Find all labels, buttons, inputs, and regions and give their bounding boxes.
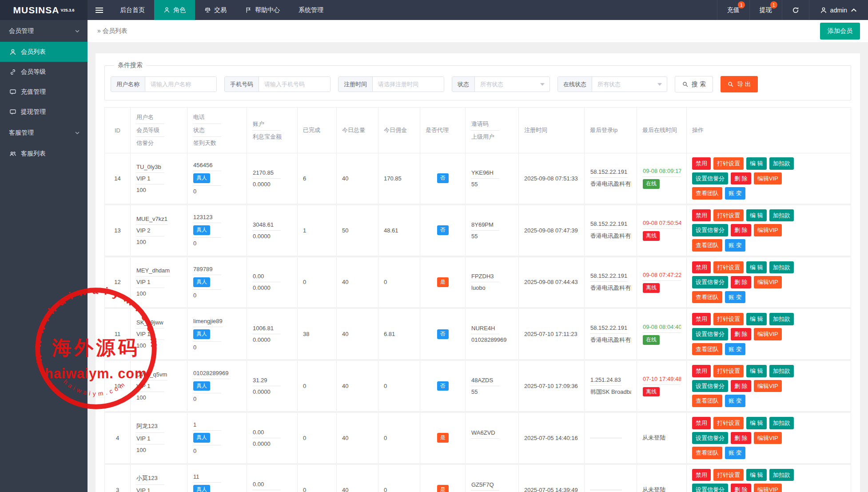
action-button-加扣款[interactable]: 加扣款 — [769, 261, 794, 274]
action-button-编辑VIP[interactable]: 编辑VIP — [754, 276, 782, 288]
action-button-打针设置[interactable]: 打针设置 — [713, 469, 744, 481]
search-input-1[interactable] — [145, 77, 216, 92]
sidebar-section-1[interactable]: 会员管理 — [0, 20, 88, 42]
action-button-打针设置[interactable]: 打针设置 — [713, 209, 744, 222]
action-button-禁用[interactable]: 禁用 — [692, 313, 711, 325]
sidebar-item-提现管理[interactable]: 提现管理 — [0, 102, 88, 122]
nav-item-4[interactable]: 帮助中心 — [236, 0, 289, 20]
search-input-2[interactable] — [259, 77, 330, 92]
action-button-编辑[interactable]: 编 辑 — [746, 157, 767, 170]
top-action-1[interactable]: 充值1 — [717, 0, 749, 20]
action-button-账变[interactable]: 账 变 — [725, 447, 745, 459]
chevron-down-icon — [75, 28, 80, 34]
refresh-button[interactable] — [782, 0, 809, 20]
action-button-打针设置[interactable]: 打针设置 — [713, 157, 744, 170]
nav-item-1[interactable]: 后台首页 — [111, 0, 154, 20]
top-action-2[interactable]: 提现1 — [749, 0, 782, 20]
cell-invite: 48AZDS55 — [466, 360, 519, 412]
action-button-查看团队[interactable]: 查看团队 — [692, 447, 722, 459]
sidebar-item-客服列表[interactable]: 客服列表 — [0, 144, 88, 164]
action-button-加扣款[interactable]: 加扣款 — [769, 365, 794, 377]
username: 阿龙123 — [136, 420, 164, 433]
action-button-查看团队[interactable]: 查看团队 — [692, 395, 722, 407]
action-button-打针设置[interactable]: 打针设置 — [713, 365, 744, 377]
nav-item-3[interactable]: 交易 — [195, 0, 236, 20]
action-button-编辑[interactable]: 编 辑 — [746, 261, 767, 274]
admin-menu[interactable]: admin — [809, 0, 868, 20]
action-button-设置信誉分[interactable]: 设置信誉分 — [692, 328, 728, 340]
action-button-编辑VIP[interactable]: 编辑VIP — [754, 380, 782, 392]
action-button-编辑[interactable]: 编 辑 — [746, 469, 767, 481]
action-button-账变[interactable]: 账 变 — [725, 395, 745, 407]
nav-item-5[interactable]: 系统管理 — [289, 0, 333, 20]
action-button-编辑VIP[interactable]: 编辑VIP — [754, 432, 782, 444]
action-button-编辑[interactable]: 编 辑 — [746, 417, 767, 429]
agent-badge: 是 — [437, 277, 449, 287]
cell-agent: 是 — [420, 464, 466, 492]
chevron-down-icon — [657, 83, 662, 86]
filter-select-value[interactable]: 所有状态 — [592, 77, 667, 92]
export-button[interactable]: 导 出 — [721, 76, 758, 92]
sidebar-item-会员列表[interactable]: 会员列表 — [0, 42, 88, 62]
action-button-查看团队[interactable]: 查看团队 — [692, 291, 722, 304]
search-field-label: 用户名称 — [111, 77, 145, 92]
action-button-打针设置[interactable]: 打针设置 — [713, 313, 744, 325]
action-button-打针设置[interactable]: 打针设置 — [713, 261, 744, 274]
action-button-禁用[interactable]: 禁用 — [692, 157, 711, 170]
user-icon — [9, 48, 16, 56]
action-button-编辑[interactable]: 编 辑 — [746, 209, 767, 222]
action-button-查看团队[interactable]: 查看团队 — [692, 343, 722, 356]
sidebar-toggle-button[interactable] — [88, 0, 111, 20]
action-button-编辑VIP[interactable]: 编辑VIP — [754, 484, 782, 492]
action-button-删除[interactable]: 删 除 — [731, 380, 751, 392]
action-button-加扣款[interactable]: 加扣款 — [769, 469, 794, 481]
filter-select-value[interactable]: 所有状态 — [475, 77, 549, 92]
action-button-删除[interactable]: 删 除 — [731, 484, 751, 492]
action-button-查看团队[interactable]: 查看团队 — [692, 239, 722, 252]
action-button-加扣款[interactable]: 加扣款 — [769, 157, 794, 170]
action-button-账变[interactable]: 账 变 — [725, 187, 745, 200]
action-button-账变[interactable]: 账 变 — [725, 343, 745, 356]
action-button-删除[interactable]: 删 除 — [731, 432, 751, 444]
refresh-icon — [792, 7, 799, 14]
column-header-2: 用户名会员等级信誉分 — [131, 108, 187, 153]
nav-item-2[interactable]: 角色 — [154, 0, 195, 20]
action-button-删除[interactable]: 删 除 — [731, 224, 751, 236]
action-button-删除[interactable]: 删 除 — [731, 276, 751, 288]
action-button-账变[interactable]: 账 变 — [725, 239, 745, 252]
cell-register-time: 2025-07-05 14:39:49 — [519, 464, 585, 492]
action-button-编辑VIP[interactable]: 编辑VIP — [754, 172, 782, 185]
sidebar-section-2[interactable]: 客服管理 — [0, 122, 88, 144]
sidebar-item-充值管理[interactable]: 充值管理 — [0, 82, 88, 102]
action-button-编辑VIP[interactable]: 编辑VIP — [754, 328, 782, 340]
action-button-加扣款[interactable]: 加扣款 — [769, 417, 794, 429]
search-input-3[interactable] — [373, 77, 444, 92]
cell-total: 40 — [337, 308, 378, 360]
action-button-加扣款[interactable]: 加扣款 — [769, 313, 794, 325]
action-button-查看团队[interactable]: 查看团队 — [692, 187, 722, 200]
action-button-设置信誉分[interactable]: 设置信誉分 — [692, 224, 728, 236]
action-button-编辑VIP[interactable]: 编辑VIP — [754, 224, 782, 236]
action-button-加扣款[interactable]: 加扣款 — [769, 209, 794, 222]
action-button-禁用[interactable]: 禁用 — [692, 365, 711, 377]
search-button[interactable]: 搜 索 — [675, 76, 713, 92]
add-member-button[interactable]: 添加会员 — [820, 23, 860, 40]
action-button-设置信誉分[interactable]: 设置信誉分 — [692, 432, 728, 444]
action-button-禁用[interactable]: 禁用 — [692, 469, 711, 481]
action-button-编辑[interactable]: 编 辑 — [746, 313, 767, 325]
action-button-禁用[interactable]: 禁用 — [692, 417, 711, 429]
action-button-编辑[interactable]: 编 辑 — [746, 365, 767, 377]
action-button-设置信誉分[interactable]: 设置信誉分 — [692, 380, 728, 392]
isp-name: 香港电讯盈科有限 — [590, 282, 631, 294]
action-button-设置信誉分[interactable]: 设置信誉分 — [692, 172, 728, 185]
action-button-删除[interactable]: 删 除 — [731, 172, 751, 185]
action-button-设置信誉分[interactable]: 设置信誉分 — [692, 276, 728, 288]
cell-last-online: 09-08 08:04:40在线 — [637, 308, 687, 360]
action-button-禁用[interactable]: 禁用 — [692, 261, 711, 274]
action-button-打针设置[interactable]: 打针设置 — [713, 417, 744, 429]
action-button-删除[interactable]: 删 除 — [731, 328, 751, 340]
sidebar-item-会员等级[interactable]: 会员等级 — [0, 62, 88, 82]
action-button-设置信誉分[interactable]: 设置信誉分 — [692, 484, 728, 492]
action-button-禁用[interactable]: 禁用 — [692, 209, 711, 222]
action-button-账变[interactable]: 账 变 — [725, 291, 745, 304]
